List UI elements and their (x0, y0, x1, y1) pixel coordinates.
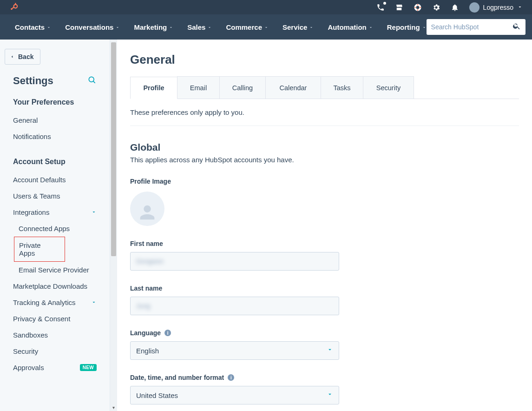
settings-title: Settings (13, 75, 53, 87)
sidebar-item-general[interactable]: General (0, 112, 110, 128)
marketplace-icon[interactable] (395, 3, 403, 12)
first-name-value: Dongwon (136, 258, 164, 265)
nav-service[interactable]: Service (282, 23, 314, 31)
info-icon[interactable]: i (164, 330, 171, 336)
nav-marketing[interactable]: Marketing (134, 23, 173, 31)
top-bar: Logpresso (0, 0, 532, 14)
nav-automation[interactable]: Automation (328, 23, 373, 31)
tab-calling[interactable]: Calling (219, 76, 266, 99)
nav-reporting[interactable]: Reporting (387, 23, 427, 31)
chevron-down-icon (169, 23, 173, 31)
preferences-hint: These preferences only apply to you. (130, 108, 519, 126)
chevron-down-icon (115, 23, 120, 31)
page-title: General (130, 53, 519, 67)
setup-heading: Account Setup (0, 158, 110, 172)
date-format-value: United States (136, 391, 178, 399)
global-search[interactable] (427, 19, 525, 35)
sidebar-item-email-service-provider[interactable]: Email Service Provider (0, 262, 110, 278)
nav-commerce[interactable]: Commerce (226, 23, 269, 31)
sidebar-item-marketplace-downloads[interactable]: Marketplace Downloads (0, 278, 110, 294)
sidebar-item-notifications[interactable]: Notifications (0, 128, 110, 145)
profile-tabs: Profile Email Calling Calendar Tasks Sec… (130, 76, 519, 99)
chevron-down-icon (309, 23, 314, 31)
svg-point-4 (15, 3, 16, 4)
bell-icon[interactable] (451, 3, 459, 12)
prefs-heading: Your Preferences (0, 98, 110, 112)
phone-icon[interactable] (376, 3, 385, 12)
chevron-down-icon (264, 23, 269, 31)
chevron-down-icon (517, 3, 523, 12)
settings-sidebar: Back Settings Your Preferences General N… (0, 40, 117, 411)
first-name-field[interactable]: Dongwon (130, 252, 339, 271)
nav-contacts[interactable]: Contacts (15, 23, 51, 31)
new-badge: NEW (80, 364, 97, 371)
sidebar-item-privacy-consent[interactable]: Privacy & Consent (0, 311, 110, 327)
tab-calendar[interactable]: Calendar (265, 76, 321, 99)
svg-point-7 (89, 77, 94, 82)
main-content: General Profile Email Calling Calendar T… (117, 40, 532, 411)
global-heading: Global (130, 142, 519, 153)
chevron-down-icon (91, 298, 97, 306)
chevron-down-icon (327, 391, 333, 399)
chevron-down-icon (91, 208, 97, 216)
svg-point-6 (416, 6, 419, 9)
profile-image-upload[interactable] (130, 192, 164, 226)
tab-tasks[interactable]: Tasks (321, 76, 363, 99)
chevron-down-icon (422, 23, 427, 31)
sidebar-scrollbar[interactable]: ▾ (110, 40, 117, 411)
sidebar-item-tracking-analytics[interactable]: Tracking & Analytics (0, 294, 110, 311)
label-language: Language i (130, 329, 519, 337)
language-select[interactable]: English (130, 341, 339, 360)
search-input[interactable] (431, 23, 512, 31)
search-icon[interactable] (512, 22, 521, 32)
svg-line-2 (12, 7, 14, 8)
label-last-name: Last name (130, 285, 519, 292)
tab-profile[interactable]: Profile (130, 77, 177, 99)
gear-icon[interactable] (432, 3, 440, 12)
sidebar-item-security[interactable]: Security (0, 343, 110, 359)
last-name-field[interactable]: Jung (130, 297, 339, 315)
scroll-down-icon[interactable]: ▾ (110, 405, 117, 410)
chevron-down-icon (207, 23, 212, 31)
label-profile-image: Profile Image (130, 178, 519, 185)
sidebar-item-integrations[interactable]: Integrations (0, 204, 110, 220)
main-nav: Contacts Conversations Marketing Sales C… (0, 14, 532, 40)
chevron-down-icon (368, 23, 373, 31)
hubspot-logo-icon[interactable] (9, 3, 19, 12)
info-icon[interactable]: i (228, 374, 234, 381)
back-button[interactable]: Back (5, 49, 40, 65)
account-menu[interactable]: Logpresso (469, 2, 523, 13)
settings-search-icon[interactable] (87, 75, 97, 86)
sidebar-item-private-apps[interactable]: Private Apps (14, 237, 65, 262)
chevron-down-icon (327, 346, 333, 355)
sidebar-item-account-defaults[interactable]: Account Defaults (0, 172, 110, 188)
tab-email[interactable]: Email (177, 76, 220, 99)
label-date-format: Date, time, and number format i (130, 374, 519, 381)
sidebar-item-connected-apps[interactable]: Connected Apps (0, 220, 110, 237)
sidebar-item-approvals[interactable]: Approvals NEW (0, 359, 110, 376)
global-subtext: This applies across any HubSpot accounts… (130, 156, 519, 164)
label-first-name: First name (130, 240, 519, 247)
last-name-value: Jung (136, 302, 150, 310)
svg-line-8 (93, 81, 95, 83)
person-icon (137, 202, 158, 223)
sidebar-item-users-teams[interactable]: Users & Teams (0, 188, 110, 204)
date-format-select[interactable]: United States (130, 386, 339, 404)
sidebar-item-sandboxes[interactable]: Sandboxes (0, 327, 110, 343)
chevron-left-icon (10, 53, 14, 60)
nav-conversations[interactable]: Conversations (65, 23, 120, 31)
back-label: Back (18, 53, 33, 60)
account-name: Logpresso (483, 4, 513, 11)
tab-security[interactable]: Security (363, 76, 414, 99)
help-icon[interactable] (414, 3, 422, 12)
avatar-icon (469, 2, 479, 13)
chevron-down-icon (46, 23, 51, 31)
language-value: English (136, 347, 159, 355)
nav-sales[interactable]: Sales (187, 23, 212, 31)
scrollbar-thumb[interactable] (111, 42, 116, 256)
